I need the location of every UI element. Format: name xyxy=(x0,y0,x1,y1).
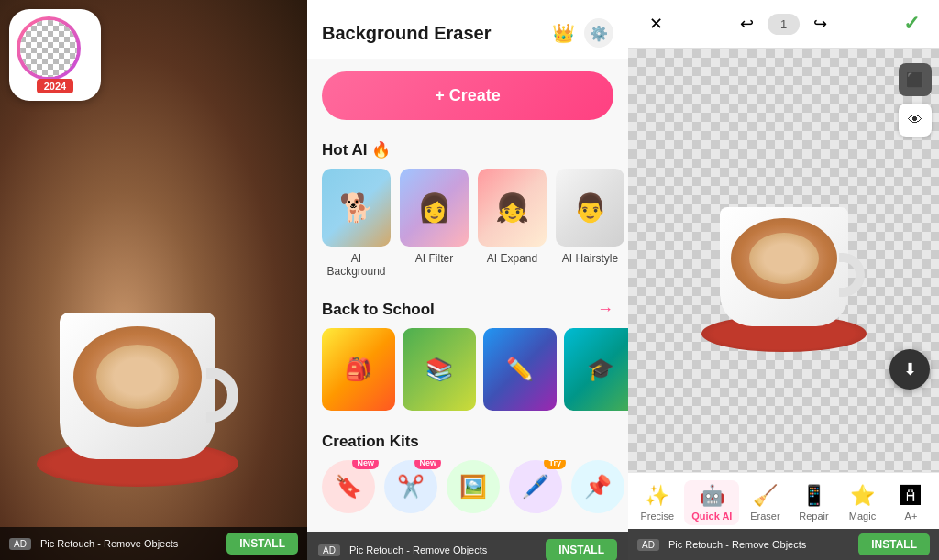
ai-background-label: AIBackground xyxy=(326,252,385,278)
right-bottom-toolbar: ✨ Precise 🤖 Quick AI 🧹 Eraser 📱 Repair ⭐… xyxy=(628,472,939,529)
ai-filter-label: AI Filter xyxy=(415,252,453,265)
kit-badge-try: Try xyxy=(544,460,566,469)
back-to-school-title: Back to School xyxy=(322,301,435,319)
settings-button[interactable]: ⚙️ xyxy=(584,18,613,48)
magic-label: Magic xyxy=(849,511,876,522)
precise-label: Precise xyxy=(641,511,675,522)
hot-ai-title: Hot AI 🔥 xyxy=(322,140,391,159)
coffee-foam xyxy=(96,345,179,409)
header-icons: 👑 ⚙️ xyxy=(552,18,613,48)
back-to-school-arrow[interactable]: → xyxy=(597,300,613,319)
close-button[interactable]: ✕ xyxy=(639,7,672,40)
create-button[interactable]: + Create xyxy=(322,71,613,120)
logo-circle-border xyxy=(17,16,81,81)
right-toolbar: ✕ ↩ 1 ↪ ✓ xyxy=(628,0,939,49)
install-button-left[interactable]: INSTALL xyxy=(226,533,298,555)
school-item-4[interactable]: 🎓 xyxy=(564,328,628,411)
middle-header: Background Eraser 👑 ⚙️ xyxy=(307,0,628,59)
install-button-right[interactable]: INSTALL xyxy=(858,533,930,555)
ai-filter-thumb: 👩 xyxy=(400,169,469,247)
kit-item-3[interactable]: 🖼️ xyxy=(447,460,500,513)
quick-ai-icon: 🤖 xyxy=(700,484,724,508)
school-item-1[interactable]: 🎒 xyxy=(322,328,395,411)
canvas-area[interactable]: ⬛ 👁 ⬇ xyxy=(628,49,939,472)
kit-item-4[interactable]: 🖊️ Try xyxy=(509,460,562,513)
save-icon: ⬇ xyxy=(903,359,917,379)
canvas-cup xyxy=(720,207,848,326)
kits-scroll: 🔖 New ✂️ New 🖼️ 🖊️ Try 📌 xyxy=(307,460,628,528)
close-icon: ✕ xyxy=(649,14,663,34)
coffee-cup-scene xyxy=(28,230,266,487)
app-logo: 2024 xyxy=(9,9,101,101)
kit-circle-1: 🔖 New xyxy=(322,460,375,513)
kit-circle-5: 📌 xyxy=(571,460,624,513)
ai-item-expand[interactable]: 👧 AI Expand xyxy=(478,169,547,278)
back-to-school-header: Back to School → xyxy=(307,292,628,328)
year-badge: 2024 xyxy=(37,79,73,93)
ai-expand-thumb: 👧 xyxy=(478,169,547,247)
tool-repair[interactable]: 📱 Repair xyxy=(790,480,836,525)
canvas-foam xyxy=(749,233,819,284)
undo-button[interactable]: ↩ xyxy=(731,7,764,40)
ai-item-background[interactable]: 🐕 AIBackground xyxy=(322,169,391,278)
crown-icon: 👑 xyxy=(552,22,575,44)
school-item-2[interactable]: 📚 xyxy=(403,328,476,411)
ai-hairstyle-label: AI Hairstyle xyxy=(562,252,618,265)
canvas-liquid xyxy=(731,218,837,299)
tool-precise[interactable]: ✨ Precise xyxy=(634,480,682,525)
tool-eraser[interactable]: 🧹 Eraser xyxy=(742,480,788,525)
hot-ai-grid: 🐕 AIBackground 👩 AI Filter 👧 AI Expand 👨… xyxy=(307,169,628,292)
ad-badge-middle: AD xyxy=(318,544,340,556)
visibility-tool-btn[interactable]: 👁 xyxy=(899,104,932,137)
ai-background-thumb: 🐕 xyxy=(322,169,391,247)
middle-panel: Background Eraser 👑 ⚙️ + Create Hot AI 🔥… xyxy=(307,0,628,560)
app-title: Background Eraser xyxy=(322,23,492,44)
repair-label: Repair xyxy=(799,511,828,522)
quick-ai-label: Quick AI xyxy=(691,511,732,522)
ad-text-right: Pic Retouch - Remove Objects xyxy=(668,539,806,550)
kit-circle-4: 🖊️ Try xyxy=(509,460,562,513)
eraser-label: Eraser xyxy=(750,511,779,522)
hot-ai-header: Hot AI 🔥 xyxy=(307,133,628,169)
brush-tool-btn[interactable]: ⬛ xyxy=(899,63,932,96)
kit-badge-new-2: New xyxy=(414,460,441,469)
kit-item-1[interactable]: 🔖 New xyxy=(322,460,375,513)
save-fab-button[interactable]: ⬇ xyxy=(889,349,930,390)
redo-icon: ↪ xyxy=(813,14,827,34)
ai-expand-label: AI Expand xyxy=(487,252,537,265)
right-panel: ✕ ↩ 1 ↪ ✓ ⬛ 👁 xyxy=(628,0,939,560)
tool-quick-ai[interactable]: 🤖 Quick AI xyxy=(684,480,739,525)
ai-item-filter[interactable]: 👩 AI Filter xyxy=(400,169,469,278)
creation-kits-header: Creation Kits xyxy=(307,425,628,460)
checker-pattern xyxy=(20,20,77,77)
eraser-icon: 🧹 xyxy=(753,484,778,508)
redo-button[interactable]: ↪ xyxy=(803,7,836,40)
ad-banner-middle: AD Pic Retouch - Remove Objects INSTALL xyxy=(307,532,628,560)
school-item-3[interactable]: ✏️ xyxy=(483,328,557,411)
history-counter: 1 xyxy=(768,14,800,35)
ad-banner-left: AD Pic Retouch - Remove Objects INSTALL xyxy=(0,527,307,560)
kit-item-2[interactable]: ✂️ New xyxy=(384,460,437,513)
kit-item-5[interactable]: 📌 xyxy=(571,460,624,513)
install-button-middle[interactable]: INSTALL xyxy=(546,539,617,560)
ad-badge-right: AD xyxy=(637,539,659,551)
canvas-coffee-image xyxy=(692,169,876,352)
ad-banner-right: AD Pic Retouch - Remove Objects INSTALL xyxy=(628,529,939,560)
tool-magic[interactable]: ⭐ Magic xyxy=(839,480,885,525)
brush-icon: ⬛ xyxy=(906,71,924,89)
tool-aplus[interactable]: 🅰 A+ xyxy=(888,480,933,525)
ai-item-hairstyle[interactable]: 👨 AI Hairstyle xyxy=(556,169,624,278)
magic-icon: ⭐ xyxy=(850,484,875,508)
coffee-liquid xyxy=(73,326,202,427)
side-tools: ⬛ 👁 xyxy=(899,63,932,137)
confirm-button[interactable]: ✓ xyxy=(895,7,928,40)
kit-badge-new-1: New xyxy=(352,460,379,469)
kit-circle-3: 🖼️ xyxy=(447,460,500,513)
ad-text-middle: Pic Retouch - Remove Objects xyxy=(349,544,487,555)
bottom-tools-row: ✨ Precise 🤖 Quick AI 🧹 Eraser 📱 Repair ⭐… xyxy=(628,480,939,525)
precise-icon: ✨ xyxy=(645,484,669,508)
cup-body xyxy=(60,313,215,459)
cup-handle xyxy=(206,368,238,423)
repair-icon: 📱 xyxy=(801,484,826,508)
ad-text-left: Pic Retouch - Remove Objects xyxy=(40,538,178,549)
